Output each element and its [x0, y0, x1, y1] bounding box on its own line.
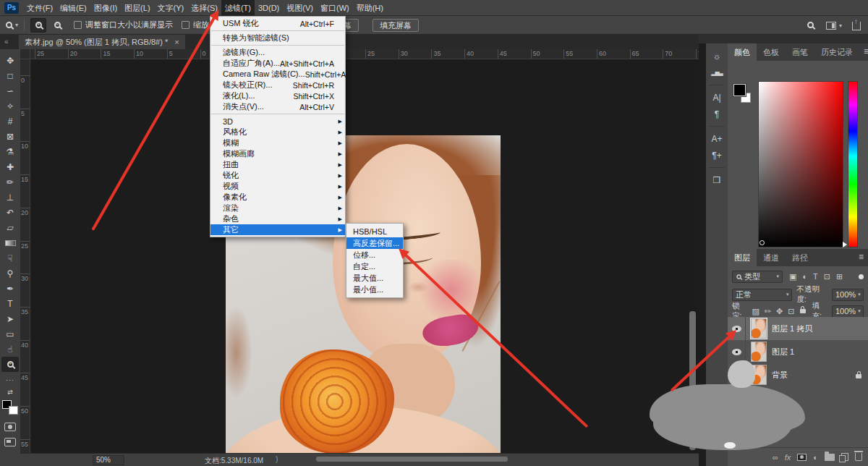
zoom-tool[interactable] [1, 357, 19, 372]
filter-type-layers-icon[interactable]: T [813, 272, 818, 281]
opacity-dropdown[interactable]: 100% ▾ [832, 289, 864, 301]
filter-menu-item-6[interactable]: Camera Raw 滤镜(C)...Shift+Ctrl+A [210, 69, 345, 80]
background-color-swatch[interactable] [9, 406, 18, 415]
zoom-all-windows-checkbox[interactable] [182, 21, 190, 29]
more-tools-button[interactable]: ··· [1, 372, 19, 387]
filter-menu-item-13[interactable]: 模糊▶ [210, 137, 345, 148]
filter-menu-item-18[interactable]: 像素化▶ [210, 192, 345, 203]
hand-tool[interactable]: ☝ [1, 342, 19, 357]
new-adjustment-layer-icon[interactable]: ◐ [813, 453, 818, 462]
foreground-color-swatch[interactable] [733, 84, 746, 96]
panel-menu-icon[interactable]: ≡ [854, 249, 868, 266]
crop-tool[interactable]: # [1, 114, 19, 129]
layer-filter-type-dropdown[interactable]: 类型 ▾ [732, 271, 783, 283]
lock-all-icon[interactable] [800, 309, 806, 313]
3d-panel-icon[interactable]: ❒ [706, 171, 728, 188]
filter-smart-objects-icon[interactable]: ⊞ [836, 272, 843, 281]
filter-menu-item-15[interactable]: 扭曲▶ [210, 159, 345, 170]
search-icon[interactable] [807, 22, 814, 28]
menubar-item-编辑(E)[interactable]: 编辑(E) [56, 0, 90, 16]
color-cursor[interactable] [760, 240, 765, 245]
filter-menu-item-4[interactable]: 滤镜库(G)... [210, 47, 345, 58]
histogram-panel-icon[interactable]: ▂▅▃ [706, 64, 728, 81]
pen-tool[interactable]: ✒ [1, 281, 19, 296]
brush-tool[interactable]: ✏ [1, 174, 19, 190]
fill-screen-button[interactable]: 填充屏幕 [373, 19, 419, 32]
filter-shape-layers-icon[interactable]: ⊡ [824, 272, 830, 281]
quick-selection-tool[interactable]: ✧ [1, 98, 19, 114]
filter-menu-item-0[interactable]: USM 锐化Alt+Ctrl+F [210, 18, 345, 29]
paragraph-styles-panel-icon[interactable]: ¶+ [706, 147, 728, 164]
color-tab-历史记录[interactable]: 历史记录 [814, 43, 859, 61]
layer-thumbnail[interactable] [751, 318, 767, 339]
menubar-item-文字(Y)[interactable]: 文字(Y) [154, 0, 188, 16]
clone-stamp-tool[interactable]: ⊥ [1, 190, 19, 205]
layer-filter-toggle[interactable] [859, 274, 864, 279]
adjustments-panel-icon[interactable]: ☼ [706, 48, 728, 64]
menubar-item-窗口(W)[interactable]: 窗口(W) [317, 0, 353, 16]
horizontal-scrollbar-thumb[interactable] [316, 457, 508, 462]
new-group-icon[interactable] [825, 454, 835, 461]
filter-menu-item-9[interactable]: 消失点(V)...Alt+Ctrl+V [210, 101, 345, 112]
resize-window-checkbox[interactable] [74, 21, 82, 29]
lock-transparent-pixels-icon[interactable]: ▨ [752, 307, 759, 316]
submenu-item-4[interactable]: 最大值... [346, 272, 403, 284]
filter-menu-item-14[interactable]: 模糊画廊▶ [210, 148, 345, 159]
submenu-item-5[interactable]: 最小值... [346, 284, 403, 295]
status-expand-chevron[interactable]: ) [276, 455, 278, 463]
hue-slider[interactable] [848, 81, 858, 247]
lasso-tool[interactable]: ∽ [1, 83, 19, 98]
foreground-background-swatches[interactable] [2, 400, 18, 415]
blend-mode-dropdown[interactable]: 正常 ▾ [732, 289, 792, 301]
menubar-item-文件(F)[interactable]: 文件(F) [23, 0, 56, 16]
toolbar-collapse-icon[interactable]: « [4, 35, 9, 49]
delete-layer-icon[interactable] [855, 453, 862, 461]
submenu-item-2[interactable]: 位移... [346, 249, 403, 260]
zoom-in-button[interactable] [30, 18, 46, 33]
menubar-item-3D(D)[interactable]: 3D(D) [255, 0, 283, 16]
eyedropper-tool[interactable]: ⚗ [1, 144, 19, 159]
ruler-origin-corner[interactable] [20, 49, 30, 59]
spot-healing-brush-tool[interactable]: ✚ [1, 159, 19, 174]
character-styles-panel-icon[interactable]: A+ [706, 130, 728, 147]
menubar-item-图像(I)[interactable]: 图像(I) [90, 0, 121, 16]
fill-dropdown[interactable]: 100% ▾ [832, 305, 864, 318]
workspace-icon[interactable] [826, 22, 836, 30]
filter-menu-item-11[interactable]: 3D▶ [210, 116, 345, 127]
gradient-tool[interactable] [1, 235, 19, 250]
filter-menu-item-2[interactable]: 转换为智能滤镜(S) [210, 33, 345, 43]
dodge-tool[interactable]: ⚲ [1, 266, 19, 281]
link-layers-icon[interactable]: ∞ [773, 453, 778, 462]
color-tab-色板[interactable]: 色板 [757, 43, 786, 61]
layer-row-1[interactable]: 图层 1 [728, 340, 868, 363]
swap-colors-icon[interactable]: ⇄ [1, 387, 19, 397]
share-icon[interactable] [852, 22, 861, 30]
rectangular-marquee-tool[interactable]: □ [1, 68, 19, 83]
filter-pixel-layers-icon[interactable]: ▣ [789, 272, 796, 281]
character-panel-icon[interactable]: A| [706, 89, 728, 106]
filter-menu-item-17[interactable]: 视频▶ [210, 181, 345, 192]
submenu-item-3[interactable]: 自定... [346, 260, 403, 272]
move-tool[interactable]: ✥ [1, 53, 19, 68]
filter-menu-item-19[interactable]: 渲染▶ [210, 203, 345, 213]
saturation-brightness-field[interactable] [758, 81, 843, 247]
filter-menu-item-16[interactable]: 锐化▶ [210, 170, 345, 181]
layer-style-icon[interactable]: fx [785, 453, 791, 462]
rectangle-tool[interactable]: ▭ [1, 326, 19, 342]
layers-tab-通道[interactable]: 通道 [757, 249, 786, 266]
filter-menu-item-20[interactable]: 杂色▶ [210, 213, 345, 224]
history-brush-tool[interactable]: ↶ [1, 205, 19, 220]
menubar-item-滤镜(T)[interactable]: 滤镜(T) [221, 0, 255, 16]
submenu-item-1[interactable]: 高反差保留... [346, 237, 403, 249]
slice-tool[interactable]: ⊠ [1, 129, 19, 144]
filter-menu-item-12[interactable]: 风格化▶ [210, 127, 345, 137]
filter-adjustment-layers-icon[interactable]: ◐ [802, 272, 807, 281]
lock-position-icon[interactable]: ✥ [776, 307, 783, 316]
zoom-out-button[interactable] [49, 18, 65, 33]
document-tab[interactable]: 素材.jpg @ 50% (图层 1 拷贝, RGB/8#) * × [19, 35, 185, 49]
menubar-item-图层(L)[interactable]: 图层(L) [121, 0, 153, 16]
zoom-tool-preset[interactable]: ▾ [6, 22, 18, 28]
eraser-tool[interactable]: ▱ [1, 220, 19, 235]
color-tab-颜色[interactable]: 颜色 [728, 43, 757, 61]
menubar-item-视图(V)[interactable]: 视图(V) [283, 0, 317, 16]
